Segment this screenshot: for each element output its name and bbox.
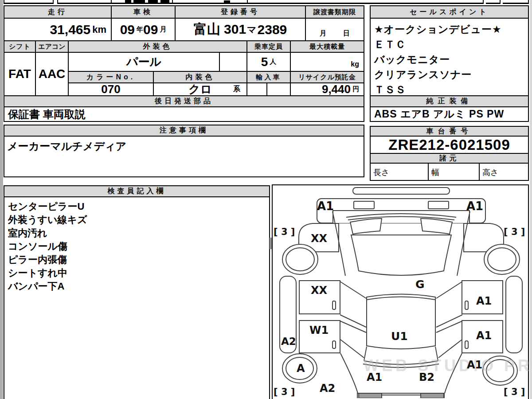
registration-value: 富山 301 マ 2389 <box>175 18 306 41</box>
diagram-damage-label: A2 <box>281 336 296 347</box>
mileage-header: 走行 <box>4 5 112 19</box>
color-no-header: カラーNo. <box>68 71 154 83</box>
inspector-note-item: コンソール傷 <box>8 240 266 253</box>
diagram-damage-label: A2 <box>320 383 335 394</box>
inspector-header: 検査員記入欄 <box>4 185 270 197</box>
capacity-unit: 人 <box>270 58 276 66</box>
inspector-note-item: センターピラーU <box>8 200 266 213</box>
diagram-damage-label: [ 3 ] <box>274 387 295 397</box>
later-parts-header: 後日発送部品 <box>4 95 364 107</box>
inspector-note-item: ピラー内張傷 <box>8 253 266 266</box>
import-car-cell-2 <box>266 82 291 96</box>
import-car-header: 輸入車 <box>246 71 291 83</box>
color-no-value: 070 <box>68 82 154 96</box>
inspector-note-item: シートすれ中 <box>8 266 266 280</box>
shaken-month-suffix: 月 <box>160 25 166 34</box>
chassis-value: ZRE212-6021509 <box>370 136 529 154</box>
interior-color-value: クロ 系 <box>153 82 247 96</box>
sales-point-item: ★オークションデビュー★ <box>374 22 524 37</box>
import-car-cell-1 <box>246 82 267 96</box>
inspector-note-item: 外装うすい線キズ <box>8 213 266 227</box>
notes-value: メーカーマルチメディア <box>4 137 364 156</box>
recycle-fee-unit: 円 <box>352 85 359 94</box>
specs-header: 諸元 <box>370 153 529 164</box>
exterior-color-value: パール <box>68 52 220 72</box>
diagram-damage-label: XX <box>311 233 327 244</box>
aircon-value: AAC <box>35 52 69 96</box>
diagram-damage-label: A1 <box>476 296 492 306</box>
sales-points-header: セールスポイント <box>370 5 529 19</box>
registration-kana: マ <box>247 23 257 36</box>
spec-width-label: 幅 <box>429 164 479 178</box>
car-diagram-box: WEB STUDIO PRO A1A1[ 3 ][ 3 ]XXXXGA1W1U1… <box>272 184 529 399</box>
equipment-header: 純正装備 <box>370 95 529 107</box>
transfer-month-char: 月 <box>320 29 326 38</box>
max-load-header: 最大積載量 <box>290 40 364 53</box>
inspector-note-item: 室内汚れ <box>8 227 266 240</box>
shaken-month: 09 <box>143 22 158 37</box>
transfer-docs-header: 譲渡書類期限 <box>305 5 364 19</box>
registration-area: 富山 301 <box>194 20 246 39</box>
spec-height-cell: 高さ <box>479 163 529 181</box>
shift-header: シフト <box>4 40 36 53</box>
diagram-damage-label: A1 <box>466 200 483 212</box>
exterior-color-extra-cell <box>219 52 247 72</box>
mileage-number: 31,465 <box>50 22 90 37</box>
mileage-value: 31,465 km <box>4 18 112 41</box>
spec-length-cell: 長さ <box>370 163 429 181</box>
transfer-day-char: 日 <box>343 29 350 38</box>
max-load-unit: kg <box>351 60 359 68</box>
capacity-header: 乗車定員 <box>246 40 291 53</box>
spec-height-label: 高さ <box>480 164 528 178</box>
diagram-damage-label: XX <box>311 285 327 296</box>
diagram-damage-label: U1 <box>391 331 408 342</box>
sales-point-item: ＴＳＳ <box>374 82 524 97</box>
shaken-value: 09 年 09 月 <box>111 18 176 41</box>
exterior-color-header: 外装色 <box>68 40 247 53</box>
max-load-value: kg <box>290 52 364 72</box>
notes-box: メーカーマルチメディア <box>4 136 364 177</box>
scan-edge-left <box>0 0 3 399</box>
sales-point-item: クリアランスソナー <box>374 67 524 82</box>
capacity-value: 5 人 <box>246 52 291 72</box>
spec-width-cell: 幅 <box>428 163 480 181</box>
diagram-damage-label: A1 <box>476 330 492 341</box>
interior-color-name: クロ <box>188 82 212 97</box>
sales-point-item: ＥＴＣ <box>374 37 524 52</box>
shaken-header: 車検 <box>111 5 176 19</box>
diagram-damage-label: A1 <box>317 200 334 212</box>
later-parts-value: 保証書 車両取説 <box>4 106 364 122</box>
registration-number: 2389 <box>258 22 287 37</box>
chassis-header: 車台番号 <box>370 126 529 137</box>
recycle-fee-value: 9,440 円 <box>290 82 364 96</box>
diagram-damage-label: W1 <box>309 325 329 336</box>
equipment-value: ABS エアB アルミ PS PW <box>370 106 529 122</box>
diagram-damage-label: B2 <box>419 372 434 383</box>
sales-points-box: ★オークションデビュー★ＥＴＣバックモニタークリアランスソナーＴＳＳ <box>370 18 529 96</box>
sales-point-item: バックモニター <box>374 52 524 67</box>
shaken-year: 09 <box>120 22 135 37</box>
recycle-fee-number: 9,440 <box>322 82 351 96</box>
inspector-note-item: バンパー下A <box>8 280 266 293</box>
diagram-labels: A1A1[ 3 ][ 3 ]XXXXGA1W1U1A1A2AA1A1B2A2[ … <box>273 185 528 398</box>
registration-header: 登録番号 <box>175 5 306 19</box>
aircon-header: エアコン <box>35 40 69 53</box>
shift-value: FAT <box>4 52 36 96</box>
transfer-docs-value: 月 日 <box>305 18 364 41</box>
mileage-unit: km <box>92 24 106 35</box>
capacity-number: 5 <box>261 55 268 69</box>
diagram-damage-label: [ 3 ] <box>504 387 525 397</box>
diagram-damage-label: A <box>297 363 305 374</box>
auction-sheet: 走行 車検 登録番号 譲渡書類期限 31,465 km 09 年 09 月 富山… <box>0 0 532 399</box>
diagram-damage-label: A1 <box>367 372 382 383</box>
inspector-box: センターピラーU外装うすい線キズ室内汚れコンソール傷ピラー内張傷シートすれ中バン… <box>4 196 270 399</box>
scan-edge-right <box>530 0 532 399</box>
diagram-damage-label: A1 <box>467 360 482 370</box>
recycle-fee-header: リサイクル預託金 <box>290 71 364 83</box>
diagram-damage-label: [ 3 ] <box>274 227 295 237</box>
diagram-damage-label: [ 3 ] <box>504 227 525 237</box>
diagram-damage-label: G <box>415 279 425 290</box>
interior-color-suffix: 系 <box>233 85 240 94</box>
spec-length-label: 長さ <box>371 164 428 178</box>
notes-header: 注意事項欄 <box>4 125 364 137</box>
